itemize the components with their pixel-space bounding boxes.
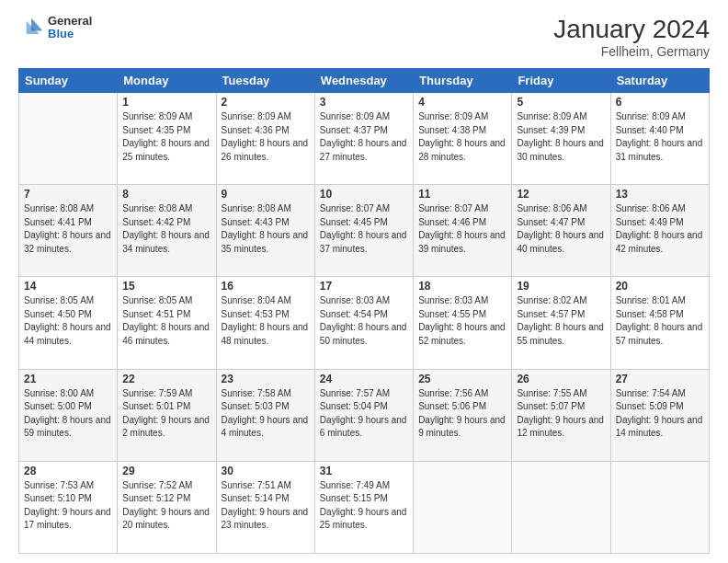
day-number: 12 bbox=[517, 188, 605, 201]
day-info: Sunrise: 7:55 AMSunset: 5:07 PMDaylight:… bbox=[517, 387, 605, 441]
header-saturday: Saturday bbox=[610, 69, 709, 93]
day-number: 24 bbox=[320, 373, 408, 385]
day-number: 25 bbox=[418, 373, 506, 385]
day-info: Sunrise: 8:07 AMSunset: 4:46 PMDaylight:… bbox=[418, 202, 506, 256]
day-number: 6 bbox=[616, 96, 704, 109]
day-info: Sunrise: 7:59 AMSunset: 5:01 PMDaylight:… bbox=[122, 387, 210, 441]
calendar-cell: 15Sunrise: 8:05 AMSunset: 4:51 PMDayligh… bbox=[118, 277, 216, 369]
calendar-cell: 6Sunrise: 8:09 AMSunset: 4:40 PMDaylight… bbox=[610, 93, 709, 185]
calendar-cell bbox=[512, 461, 610, 553]
day-info: Sunrise: 8:08 AMSunset: 4:42 PMDaylight:… bbox=[122, 202, 210, 256]
header-wednesday: Wednesday bbox=[314, 69, 413, 93]
day-info: Sunrise: 7:57 AMSunset: 5:04 PMDaylight:… bbox=[320, 387, 408, 441]
week-row-1: 1Sunrise: 8:09 AMSunset: 4:35 PMDaylight… bbox=[19, 93, 710, 185]
calendar-cell: 7Sunrise: 8:08 AMSunset: 4:41 PMDaylight… bbox=[19, 185, 118, 277]
day-info: Sunrise: 8:05 AMSunset: 4:50 PMDaylight:… bbox=[24, 294, 112, 348]
header-monday: Monday bbox=[118, 69, 216, 93]
day-number: 17 bbox=[320, 280, 408, 293]
logo: General Blue bbox=[18, 15, 92, 41]
day-info: Sunrise: 7:56 AMSunset: 5:06 PMDaylight:… bbox=[418, 387, 506, 441]
day-number: 30 bbox=[222, 465, 310, 477]
calendar-cell bbox=[610, 461, 709, 553]
day-number: 8 bbox=[122, 188, 210, 201]
calendar-cell: 21Sunrise: 8:00 AMSunset: 5:00 PMDayligh… bbox=[19, 369, 118, 461]
day-info: Sunrise: 8:02 AMSunset: 4:57 PMDaylight:… bbox=[517, 294, 605, 348]
day-number: 19 bbox=[517, 280, 605, 293]
header-tuesday: Tuesday bbox=[216, 69, 314, 93]
day-info: Sunrise: 8:06 AMSunset: 4:47 PMDaylight:… bbox=[517, 202, 605, 256]
calendar-cell: 5Sunrise: 8:09 AMSunset: 4:39 PMDaylight… bbox=[512, 93, 610, 185]
day-info: Sunrise: 7:58 AMSunset: 5:03 PMDaylight:… bbox=[222, 387, 310, 441]
calendar-cell: 17Sunrise: 8:03 AMSunset: 4:54 PMDayligh… bbox=[314, 277, 413, 369]
calendar-cell: 20Sunrise: 8:01 AMSunset: 4:58 PMDayligh… bbox=[610, 277, 709, 369]
day-number: 29 bbox=[122, 465, 210, 477]
week-row-5: 28Sunrise: 7:53 AMSunset: 5:10 PMDayligh… bbox=[19, 461, 710, 553]
calendar-cell: 27Sunrise: 7:54 AMSunset: 5:09 PMDayligh… bbox=[610, 369, 709, 461]
calendar-cell bbox=[414, 461, 512, 553]
day-info: Sunrise: 8:06 AMSunset: 4:49 PMDaylight:… bbox=[616, 202, 704, 256]
calendar-cell: 11Sunrise: 8:07 AMSunset: 4:46 PMDayligh… bbox=[414, 185, 512, 277]
day-info: Sunrise: 8:08 AMSunset: 4:43 PMDaylight:… bbox=[222, 202, 310, 256]
day-number: 20 bbox=[616, 280, 704, 293]
title-block: January 2024 Fellheim, Germany bbox=[553, 15, 710, 59]
header-sunday: Sunday bbox=[19, 69, 118, 93]
day-number: 27 bbox=[616, 373, 704, 385]
day-number: 13 bbox=[616, 188, 704, 201]
calendar-page: General Blue January 2024 Fellheim, Germ… bbox=[0, 0, 728, 563]
day-number: 9 bbox=[222, 188, 310, 201]
day-number: 28 bbox=[24, 465, 112, 477]
day-number: 31 bbox=[320, 465, 408, 477]
day-info: Sunrise: 8:09 AMSunset: 4:39 PMDaylight:… bbox=[517, 110, 605, 164]
calendar-cell: 30Sunrise: 7:51 AMSunset: 5:14 PMDayligh… bbox=[216, 461, 314, 553]
day-number: 3 bbox=[320, 96, 408, 109]
calendar-cell: 28Sunrise: 7:53 AMSunset: 5:10 PMDayligh… bbox=[19, 461, 118, 553]
day-info: Sunrise: 8:04 AMSunset: 4:53 PMDaylight:… bbox=[222, 294, 310, 348]
header-friday: Friday bbox=[512, 69, 610, 93]
day-number: 18 bbox=[418, 280, 506, 293]
day-info: Sunrise: 8:09 AMSunset: 4:36 PMDaylight:… bbox=[222, 110, 310, 164]
day-number: 10 bbox=[320, 188, 408, 201]
calendar-cell: 31Sunrise: 7:49 AMSunset: 5:15 PMDayligh… bbox=[314, 461, 413, 553]
day-info: Sunrise: 8:09 AMSunset: 4:35 PMDaylight:… bbox=[122, 110, 210, 164]
day-info: Sunrise: 8:08 AMSunset: 4:41 PMDaylight:… bbox=[24, 202, 112, 256]
day-number: 1 bbox=[122, 96, 210, 109]
calendar-cell: 9Sunrise: 8:08 AMSunset: 4:43 PMDaylight… bbox=[216, 185, 314, 277]
logo-general: General bbox=[48, 15, 92, 28]
calendar-table: Sunday Monday Tuesday Wednesday Thursday… bbox=[18, 68, 710, 554]
calendar-cell: 8Sunrise: 8:08 AMSunset: 4:42 PMDaylight… bbox=[118, 185, 216, 277]
day-number: 11 bbox=[418, 188, 506, 201]
day-info: Sunrise: 8:00 AMSunset: 5:00 PMDaylight:… bbox=[24, 387, 112, 441]
calendar-cell: 25Sunrise: 7:56 AMSunset: 5:06 PMDayligh… bbox=[414, 369, 512, 461]
header-thursday: Thursday bbox=[414, 69, 512, 93]
calendar-cell: 14Sunrise: 8:05 AMSunset: 4:50 PMDayligh… bbox=[19, 277, 118, 369]
calendar-cell: 4Sunrise: 8:09 AMSunset: 4:38 PMDaylight… bbox=[414, 93, 512, 185]
day-info: Sunrise: 8:01 AMSunset: 4:58 PMDaylight:… bbox=[616, 294, 704, 348]
logo-icon bbox=[18, 15, 44, 40]
day-info: Sunrise: 8:03 AMSunset: 4:55 PMDaylight:… bbox=[418, 294, 506, 348]
calendar-cell: 13Sunrise: 8:06 AMSunset: 4:49 PMDayligh… bbox=[610, 185, 709, 277]
day-info: Sunrise: 8:09 AMSunset: 4:37 PMDaylight:… bbox=[320, 110, 408, 164]
day-number: 5 bbox=[517, 96, 605, 109]
day-number: 7 bbox=[24, 188, 112, 201]
day-number: 15 bbox=[122, 280, 210, 293]
calendar-cell: 19Sunrise: 8:02 AMSunset: 4:57 PMDayligh… bbox=[512, 277, 610, 369]
calendar-cell: 22Sunrise: 7:59 AMSunset: 5:01 PMDayligh… bbox=[118, 369, 216, 461]
day-number: 23 bbox=[222, 373, 310, 385]
day-info: Sunrise: 7:53 AMSunset: 5:10 PMDaylight:… bbox=[24, 479, 112, 533]
week-row-2: 7Sunrise: 8:08 AMSunset: 4:41 PMDaylight… bbox=[19, 185, 710, 277]
calendar-cell: 12Sunrise: 8:06 AMSunset: 4:47 PMDayligh… bbox=[512, 185, 610, 277]
calendar-cell: 29Sunrise: 7:52 AMSunset: 5:12 PMDayligh… bbox=[118, 461, 216, 553]
day-info: Sunrise: 8:07 AMSunset: 4:45 PMDaylight:… bbox=[320, 202, 408, 256]
day-info: Sunrise: 8:09 AMSunset: 4:38 PMDaylight:… bbox=[418, 110, 506, 164]
day-info: Sunrise: 8:03 AMSunset: 4:54 PMDaylight:… bbox=[320, 294, 408, 348]
logo-text: General Blue bbox=[48, 15, 92, 41]
day-info: Sunrise: 7:49 AMSunset: 5:15 PMDaylight:… bbox=[320, 479, 408, 533]
day-number: 4 bbox=[418, 96, 506, 109]
location-subtitle: Fellheim, Germany bbox=[553, 44, 710, 59]
week-row-3: 14Sunrise: 8:05 AMSunset: 4:50 PMDayligh… bbox=[19, 277, 710, 369]
day-info: Sunrise: 7:51 AMSunset: 5:14 PMDaylight:… bbox=[222, 479, 310, 533]
calendar-cell bbox=[19, 93, 118, 185]
day-info: Sunrise: 7:52 AMSunset: 5:12 PMDaylight:… bbox=[122, 479, 210, 533]
day-info: Sunrise: 8:09 AMSunset: 4:40 PMDaylight:… bbox=[616, 110, 704, 164]
day-number: 22 bbox=[122, 373, 210, 385]
